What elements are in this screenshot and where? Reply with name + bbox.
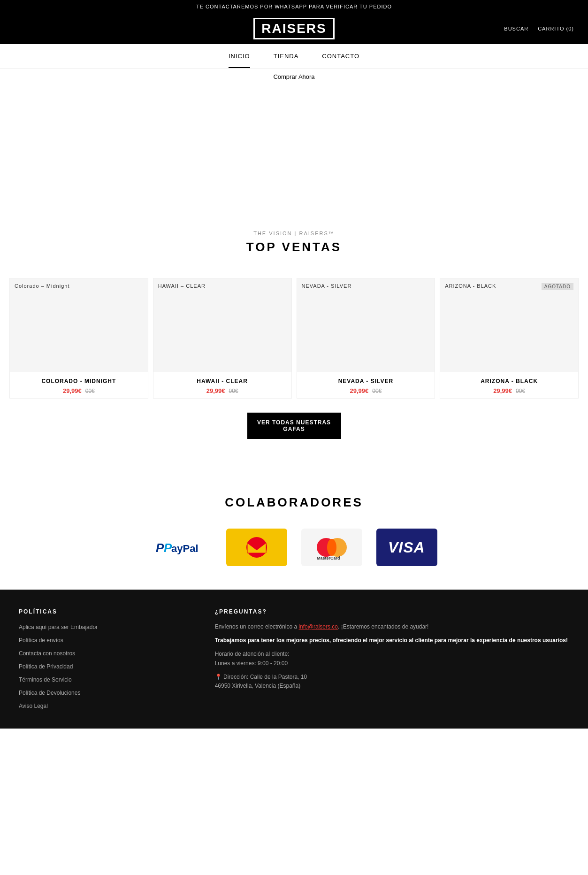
footer-service-text: Trabajamos para tener los mejores precio… — [215, 636, 569, 645]
product-name-4: ARIZONA - BLACK — [440, 378, 578, 384]
product-image-2: HAWAII – CLEAR — [153, 278, 291, 372]
visa-logo: VISA — [376, 529, 437, 566]
svg-text:ayPal: ayPal — [171, 543, 199, 554]
correos-logo — [226, 529, 287, 566]
hero-area — [0, 85, 588, 216]
top-ventas-section: THE VISION | RAISERS™ TOP VENTAS — [0, 216, 588, 278]
nav-inicio[interactable]: INICIO — [229, 53, 250, 68]
price-original-2: 00€ — [229, 388, 238, 394]
list-item[interactable]: Aplica aquí para ser Embajador — [19, 622, 196, 631]
price-current-1: 29,99€ — [63, 387, 82, 394]
product-prices-2: 29,99€ 00€ — [153, 387, 291, 394]
footer-policies-title: POLÍTICAS — [19, 608, 196, 615]
main-nav: INICIO TIENDA CONTACTO — [0, 44, 588, 69]
svg-text:P: P — [156, 541, 164, 555]
footer-email-link[interactable]: info@raisers.co — [298, 623, 338, 630]
product-image-4: ARIZONA - BLACK AGOTADO — [440, 278, 578, 372]
product-card-3[interactable]: NEVADA - SILVER NEVADA - SILVER 29,99€ 0… — [297, 278, 435, 399]
top-banner: TE CONTACTAREMOS POR WHATSAPP PARA VERIF… — [0, 0, 588, 13]
header-actions: BUSCAR CARRITO (0) — [504, 26, 574, 31]
footer: POLÍTICAS Aplica aquí para ser Embajador… — [0, 590, 588, 729]
list-item[interactable]: Política de envíos — [19, 636, 196, 644]
spacer-1 — [0, 448, 588, 476]
section-title: TOP VENTAS — [14, 240, 574, 254]
ver-todas-button[interactable]: VER TODAS NUESTRAS GAFAS — [247, 413, 341, 439]
price-current-2: 29,99€ — [206, 387, 225, 394]
footer-faq-title: ¿PREGUNTAS? — [215, 608, 569, 615]
product-tag-1: Colorado – Midnight — [15, 283, 69, 289]
product-grid: Colorado – Midnight COLORADO - MIDNIGHT … — [0, 278, 588, 399]
price-original-1: 00€ — [85, 388, 95, 394]
footer-policies-col: POLÍTICAS Aplica aquí para ser Embajador… — [19, 608, 196, 714]
product-card-1[interactable]: Colorado – Midnight COLORADO - MIDNIGHT … — [9, 278, 148, 399]
product-card-4[interactable]: ARIZONA - BLACK AGOTADO ARIZONA - BLACK … — [440, 278, 579, 399]
product-card-2[interactable]: HAWAII – CLEAR HAWAII - CLEAR 29,99€ 00€ — [153, 278, 292, 399]
price-current-4: 29,99€ — [493, 387, 512, 394]
product-image-3: NEVADA - SILVER — [297, 278, 435, 372]
product-name-3: NEVADA - SILVER — [297, 378, 435, 384]
product-tag-2: HAWAII – CLEAR — [158, 283, 206, 289]
list-item[interactable]: Aviso Legal — [19, 701, 196, 710]
nav-contacto[interactable]: CONTACTO — [322, 53, 359, 68]
colaboradores-title: COLABORADORES — [14, 495, 574, 510]
list-item[interactable]: Política de Privacidad — [19, 662, 196, 670]
logo[interactable]: RAISERS — [253, 18, 334, 39]
footer-policies-list: Aplica aquí para ser Embajador Política … — [19, 622, 196, 710]
footer-address: 📍 Dirección: Calle de la Pastora, 10 469… — [215, 673, 569, 691]
footer-hours: Horario de atención al cliente: Lunes a … — [215, 650, 569, 668]
search-button[interactable]: BUSCAR — [504, 26, 528, 31]
list-item[interactable]: Términos de Servicio — [19, 675, 196, 683]
section-subtitle: THE VISION | RAISERS™ — [14, 230, 574, 236]
product-prices-1: 29,99€ 00€ — [10, 387, 148, 394]
product-image-1: Colorado – Midnight — [10, 278, 148, 372]
soldout-badge: AGOTADO — [542, 283, 573, 290]
product-tag-4: ARIZONA - BLACK — [445, 283, 496, 289]
price-current-3: 29,99€ — [350, 387, 368, 394]
header: RAISERS BUSCAR CARRITO (0) — [0, 13, 588, 44]
price-original-3: 00€ — [372, 388, 382, 394]
list-item[interactable]: Política de Devoluciones — [19, 688, 196, 697]
product-tag-3: NEVADA - SILVER — [302, 283, 352, 289]
product-info-3: NEVADA - SILVER 29,99€ 00€ — [297, 372, 435, 398]
product-info-2: HAWAII - CLEAR 29,99€ 00€ — [153, 372, 291, 398]
cart-button[interactable]: CARRITO (0) — [538, 26, 574, 31]
nav-tienda[interactable]: TIENDA — [274, 53, 299, 68]
footer-grid: POLÍTICAS Aplica aquí para ser Embajador… — [19, 608, 569, 714]
comprar-ahora-link[interactable]: Comprar Ahora — [0, 69, 588, 85]
payment-logos: P P ayPal MasterCard VIS — [14, 529, 574, 566]
colaboradores-section: COLABORADORES P P ayPal MasterCar — [0, 476, 588, 590]
product-name-1: COLORADO - MIDNIGHT — [10, 378, 148, 384]
svg-text:MasterCard: MasterCard — [317, 556, 340, 560]
product-prices-4: 29,99€ 00€ — [440, 387, 578, 394]
footer-email-line: Envíenos un correo electrónico a info@ra… — [215, 622, 569, 631]
mastercard-logo: MasterCard — [301, 529, 362, 566]
paypal-logo: P P ayPal — [151, 529, 212, 566]
product-info-1: COLORADO - MIDNIGHT 29,99€ 00€ — [10, 372, 148, 398]
product-prices-3: 29,99€ 00€ — [297, 387, 435, 394]
footer-faq-col: ¿PREGUNTAS? Envíenos un correo electróni… — [215, 608, 569, 714]
svg-point-6 — [327, 539, 336, 556]
product-info-4: ARIZONA - BLACK 29,99€ 00€ — [440, 372, 578, 398]
list-item[interactable]: Contacta con nosotros — [19, 649, 196, 657]
svg-text:VISA: VISA — [388, 539, 425, 556]
price-original-4: 00€ — [516, 388, 525, 394]
product-name-2: HAWAII - CLEAR — [153, 378, 291, 384]
